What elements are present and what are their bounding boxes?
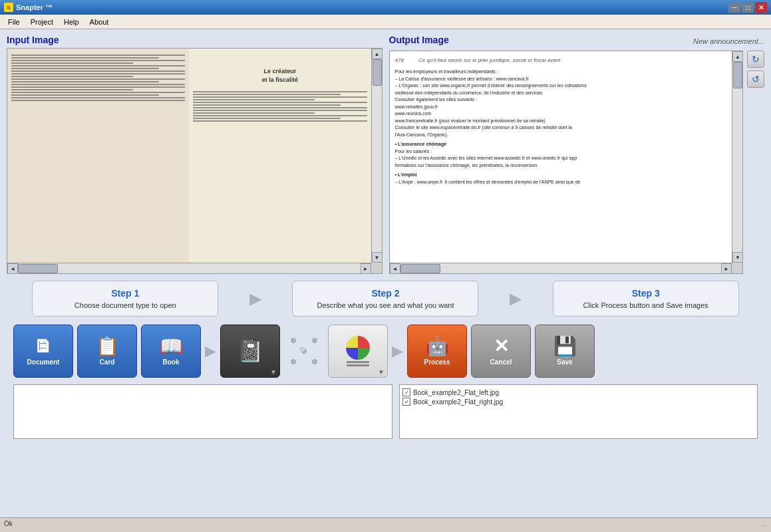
card-icon: 📋 bbox=[96, 337, 119, 356]
step-3-box: Step 3 Click Process button and Save ima… bbox=[553, 281, 739, 317]
output-line: www.reunica.com bbox=[395, 110, 727, 118]
output-scroll-thumb-v[interactable] bbox=[733, 62, 742, 88]
minimize-button[interactable]: ─ bbox=[728, 2, 740, 13]
scroll-right-arrow[interactable]: ► bbox=[361, 263, 371, 274]
save-button[interactable]: 💾 Save bbox=[535, 325, 595, 378]
chart-line bbox=[347, 361, 369, 363]
cancel-button[interactable]: ✕ Cancel bbox=[471, 325, 531, 378]
output-image-content: 478 Ce qu'il faut savoir sur le plan jur… bbox=[390, 51, 732, 263]
output-line: – L'Organic : son site www.organic.fr pe… bbox=[395, 82, 727, 90]
status-text: Ok bbox=[4, 520, 13, 527]
file-list-panel: ✓ Book_example2_Flat_left.jpg ✓ Book_exa… bbox=[399, 384, 758, 439]
undo-button[interactable]: ↺ bbox=[747, 70, 764, 88]
file-checkbox-1[interactable]: ✓ bbox=[402, 388, 410, 396]
book-right-title: Le créateuret la fiscalité bbox=[193, 67, 367, 84]
scatter-indicator bbox=[284, 334, 324, 368]
book-selector-button[interactable]: 📓 ▼ bbox=[220, 325, 280, 378]
file-item-2: ✓ Book_example2_Flat_right.jpg bbox=[402, 397, 754, 406]
menu-file[interactable]: File bbox=[3, 17, 25, 27]
scroll-thumb-v[interactable] bbox=[373, 59, 382, 86]
menu-about[interactable]: About bbox=[84, 17, 114, 27]
app-icon: S bbox=[4, 3, 13, 12]
output-line: vieillesse des indépendants du commerce,… bbox=[395, 90, 727, 97]
status-right: ... bbox=[762, 520, 767, 527]
process-button[interactable]: 🤖 Process bbox=[407, 325, 467, 378]
scatter-dot bbox=[312, 359, 317, 364]
text-line bbox=[11, 84, 185, 85]
text-line bbox=[193, 102, 367, 103]
text-line bbox=[11, 97, 185, 98]
text-line bbox=[193, 96, 367, 98]
text-line bbox=[11, 70, 185, 72]
step-1-box: Step 1 Choose document type to open bbox=[32, 281, 218, 317]
refresh-button[interactable]: ↻ bbox=[747, 51, 764, 68]
output-bullet: • L'emploi bbox=[395, 172, 727, 179]
output-scrollbar-horizontal[interactable]: ◄ ► bbox=[390, 263, 732, 273]
card-button[interactable]: 📋 Card bbox=[77, 325, 137, 378]
document-icon: 🗎 bbox=[34, 337, 53, 356]
text-line bbox=[193, 94, 341, 95]
menu-bar: File Project Help About bbox=[0, 15, 771, 29]
output-section: Pour les employeurs et travailleurs indé… bbox=[395, 68, 727, 186]
chart-pie-icon bbox=[346, 336, 370, 360]
text-line bbox=[193, 107, 367, 108]
document-label: Document bbox=[27, 358, 60, 366]
log-panel bbox=[13, 384, 392, 439]
document-button[interactable]: 🗎 Document bbox=[13, 325, 73, 378]
input-book-image: Le créateuret la fiscalité bbox=[7, 49, 371, 263]
toolbar-section: 🗎 Document 📋 Card 📖 Book ▶ 📓 ▼ bbox=[7, 321, 764, 382]
step-1-number: Step 1 bbox=[46, 288, 204, 299]
step-2-box: Step 2 Describe what you see and what yo… bbox=[292, 281, 478, 317]
output-scrollbar-vertical[interactable]: ▲ ▼ bbox=[732, 51, 742, 263]
close-button[interactable]: ✕ bbox=[755, 2, 767, 13]
scroll-up-arrow[interactable]: ▲ bbox=[372, 49, 383, 59]
process-label: Process bbox=[424, 358, 450, 366]
save-label: Save bbox=[557, 358, 572, 366]
text-line bbox=[193, 110, 367, 111]
text-line bbox=[193, 118, 341, 119]
title-bar: S Snapter ™ ─ □ ✕ bbox=[0, 0, 771, 15]
menu-project[interactable]: Project bbox=[25, 17, 59, 27]
cancel-label: Cancel bbox=[490, 358, 512, 366]
status-bar: Ok ... bbox=[0, 517, 771, 529]
text-line bbox=[11, 89, 133, 90]
input-scrollbar-vertical[interactable]: ▲ ▼ bbox=[371, 49, 382, 263]
chart-lines bbox=[347, 361, 369, 366]
step-arrow-1: ▶ bbox=[249, 289, 261, 308]
text-line bbox=[11, 57, 159, 59]
book-button[interactable]: 📖 Book bbox=[141, 325, 201, 378]
text-line bbox=[11, 60, 185, 61]
scroll-left-arrow[interactable]: ◄ bbox=[7, 263, 18, 274]
output-scroll-right[interactable]: ► bbox=[721, 263, 732, 274]
menu-help[interactable]: Help bbox=[59, 17, 84, 27]
text-line bbox=[11, 76, 133, 77]
input-scrollbar-horizontal[interactable]: ◄ ► bbox=[7, 263, 371, 273]
output-scroll-thumb-h[interactable] bbox=[400, 264, 440, 273]
bottom-section: ✓ Book_example2_Flat_left.jpg ✓ Book_exa… bbox=[7, 382, 764, 442]
output-panel-header: Output Image New announcement... bbox=[389, 35, 765, 48]
scroll-down-arrow[interactable]: ▼ bbox=[372, 252, 383, 263]
window-controls: ─ □ ✕ bbox=[728, 2, 767, 13]
announcement-text: New announcement... bbox=[693, 37, 764, 45]
text-line bbox=[193, 120, 367, 122]
text-line bbox=[11, 78, 185, 80]
output-scroll-up[interactable]: ▲ bbox=[732, 51, 743, 62]
book-right-page: Le créateuret la fiscalité bbox=[189, 49, 371, 263]
output-scroll-left[interactable]: ◄ bbox=[390, 263, 400, 274]
book-dropdown-arrow: ▼ bbox=[270, 368, 277, 376]
scatter-dot bbox=[291, 359, 296, 364]
maximize-button[interactable]: □ bbox=[742, 2, 754, 13]
text-line bbox=[11, 94, 159, 96]
output-panel: Output Image New announcement... 478 Ce … bbox=[389, 35, 765, 274]
file-checkbox-2[interactable]: ✓ bbox=[402, 398, 410, 406]
scatter-dot bbox=[291, 338, 296, 343]
steps-row: Step 1 Choose document type to open ▶ St… bbox=[7, 281, 764, 317]
step-2-number: Step 2 bbox=[306, 288, 464, 299]
text-line bbox=[11, 92, 185, 93]
toolbar-arrow-2: ▶ bbox=[392, 342, 403, 360]
chart-button[interactable]: ▼ bbox=[328, 325, 388, 378]
output-scroll-down[interactable]: ▼ bbox=[732, 252, 743, 263]
output-image-container: 478 Ce qu'il faut savoir sur le plan jur… bbox=[389, 51, 744, 274]
scroll-thumb-h[interactable] bbox=[18, 264, 58, 273]
output-bullet: • L'assurance chômage bbox=[395, 141, 727, 148]
